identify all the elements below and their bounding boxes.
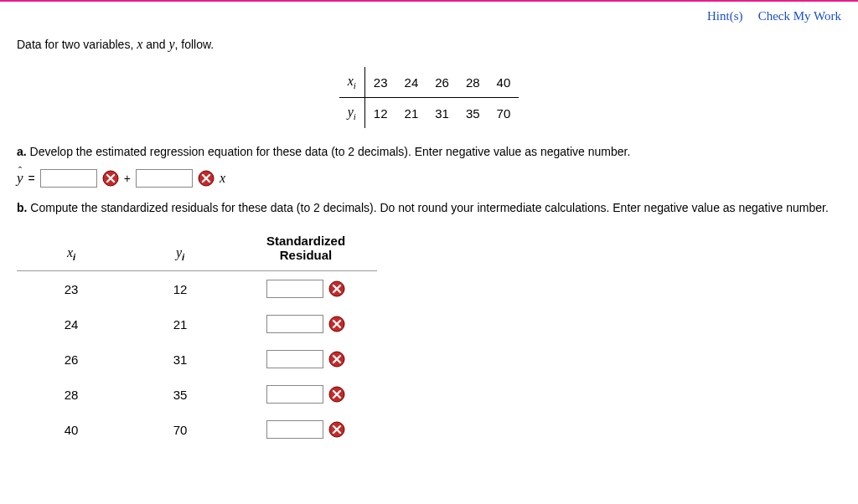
residual-table: xi yi Standardized Residual 23 12 24 21 … <box>17 225 377 447</box>
cell-y: 31 <box>126 342 235 377</box>
intro-post: , follow. <box>175 38 214 51</box>
hints-link[interactable]: Hint(s) <box>707 9 743 23</box>
cell-x: 40 <box>17 412 126 447</box>
yhat-symbol: ˆy <box>17 170 23 187</box>
y-val: 70 <box>488 98 519 129</box>
intro-text: Data for two variables, x and y, follow. <box>17 37 841 52</box>
y-val: 35 <box>457 98 488 129</box>
part-b: b. Compute the standardized residuals fo… <box>17 199 841 217</box>
table-row: 40 70 <box>17 412 377 447</box>
col-y-header: yi <box>126 225 235 271</box>
cell-residual <box>235 342 377 377</box>
header-line1: Standardized <box>241 234 370 248</box>
incorrect-icon <box>328 386 345 403</box>
incorrect-icon <box>328 280 345 297</box>
sub-i: i <box>73 252 75 262</box>
yi-header: yi <box>339 98 365 129</box>
y-val: 21 <box>396 98 427 129</box>
cell-residual <box>235 377 377 412</box>
cell-y: 35 <box>126 377 235 412</box>
cell-y: 12 <box>126 271 235 307</box>
table-row: 28 35 <box>17 377 377 412</box>
residual-input[interactable] <box>266 315 323 333</box>
intercept-input[interactable] <box>40 169 97 188</box>
sub-i: i <box>182 252 184 262</box>
incorrect-icon <box>328 421 345 438</box>
plus-sign: + <box>124 172 131 185</box>
col-residual-header: Standardized Residual <box>235 225 377 271</box>
xi-label: x <box>348 74 354 88</box>
part-a-text: Develop the estimated regression equatio… <box>27 145 631 158</box>
hat-icon: ˆ <box>18 165 22 177</box>
cell-residual <box>235 306 377 342</box>
cell-y: 70 <box>126 412 235 447</box>
x-val: 23 <box>364 67 395 98</box>
cell-x: 23 <box>17 271 126 307</box>
cell-x: 24 <box>17 306 126 342</box>
incorrect-icon <box>328 351 345 368</box>
header-line2: Residual <box>241 248 370 262</box>
table-row: 26 31 <box>17 342 377 377</box>
residual-input[interactable] <box>266 350 323 368</box>
y-val: 31 <box>426 98 457 129</box>
incorrect-icon <box>198 170 214 187</box>
table-row: 24 21 <box>17 306 377 342</box>
cell-residual <box>235 412 377 447</box>
intro-and: and <box>142 38 168 51</box>
cell-residual <box>235 271 377 307</box>
part-b-text: Compute the standardized residuals for t… <box>27 201 828 214</box>
top-links: Hint(s) Check My Work <box>0 2 858 28</box>
incorrect-icon <box>102 170 119 187</box>
residual-input[interactable] <box>266 385 323 404</box>
incorrect-icon <box>328 316 345 332</box>
check-my-work-link[interactable]: Check My Work <box>758 9 841 23</box>
yi-label: y <box>348 105 354 119</box>
equation-line: ˆy = + x <box>17 169 841 188</box>
slope-input[interactable] <box>136 169 193 188</box>
x-val: 28 <box>457 67 488 98</box>
cell-y: 21 <box>126 306 235 342</box>
col-x-var: x <box>67 245 73 260</box>
content: Data for two variables, x and y, follow.… <box>0 28 858 464</box>
table-row: yi 12 21 31 35 70 <box>339 98 519 129</box>
intro-pre: Data for two variables, <box>17 38 137 51</box>
col-x-header: xi <box>17 225 126 271</box>
sub-i: i <box>354 111 356 121</box>
x-val: 26 <box>426 67 457 98</box>
col-y-var: y <box>176 245 182 260</box>
x-val: 24 <box>396 67 427 98</box>
table-row: 23 12 <box>17 271 377 307</box>
data-table: xi 23 24 26 28 40 yi 12 21 31 35 70 <box>339 67 519 128</box>
part-a-label: a. <box>17 145 27 158</box>
table-header-row: xi yi Standardized Residual <box>17 225 377 271</box>
part-b-label: b. <box>17 201 27 214</box>
sub-i: i <box>354 80 356 90</box>
cell-x: 26 <box>17 342 126 377</box>
table-row: xi 23 24 26 28 40 <box>339 67 519 98</box>
equals-sign: = <box>28 172 35 185</box>
residual-input[interactable] <box>266 420 323 439</box>
part-a: a. Develop the estimated regression equa… <box>17 143 841 161</box>
y-val: 12 <box>364 98 395 129</box>
var-y: y <box>168 37 174 51</box>
x-var: x <box>220 171 225 186</box>
residual-input[interactable] <box>266 280 323 298</box>
xi-header: xi <box>339 67 365 98</box>
x-val: 40 <box>488 67 519 98</box>
cell-x: 28 <box>17 377 126 412</box>
